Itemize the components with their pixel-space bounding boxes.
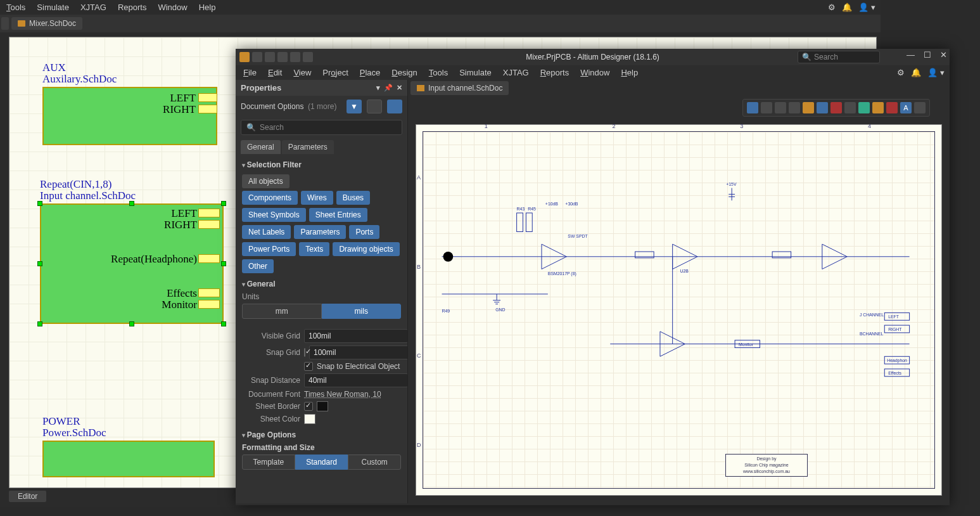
- tab-dock-handle[interactable]: [1, 17, 9, 30]
- gear-icon[interactable]: ⚙: [897, 68, 905, 77]
- tab-parameters[interactable]: Parameters: [282, 140, 334, 154]
- cin-port-left-shape[interactable]: [198, 209, 220, 217]
- selection-handle[interactable]: [37, 261, 42, 266]
- close-icon[interactable]: ✕: [940, 50, 947, 60]
- units-mils[interactable]: mils: [322, 304, 402, 319]
- menu-simulate[interactable]: Simulate: [459, 68, 492, 77]
- toolbar-icon[interactable]: [789, 102, 800, 113]
- properties-search[interactable]: 🔍 Search: [241, 120, 402, 135]
- minimize-icon[interactable]: —: [907, 50, 915, 60]
- filter-other[interactable]: Other: [242, 259, 274, 273]
- panel-dropdown-icon[interactable]: ▾: [376, 84, 380, 92]
- toolbar-icon[interactable]: [858, 102, 870, 113]
- snap-electrical-checkbox[interactable]: [304, 362, 313, 371]
- toolbar-icon[interactable]: [872, 102, 884, 113]
- user-icon[interactable]: 👤 ▾: [927, 68, 945, 77]
- redo-icon[interactable]: [303, 52, 313, 62]
- sheet-border-checkbox[interactable]: [304, 402, 313, 411]
- filter-texts[interactable]: Texts: [299, 242, 329, 256]
- undo-icon[interactable]: [290, 52, 300, 62]
- menu-window[interactable]: Window: [580, 68, 609, 77]
- cin-port-hp-shape[interactable]: [198, 254, 220, 263]
- format-template[interactable]: Template: [242, 455, 295, 470]
- snap-distance-input[interactable]: [304, 373, 407, 387]
- menu-xjtag[interactable]: XJTAG: [503, 68, 529, 77]
- filter-icon[interactable]: ▼: [347, 100, 362, 113]
- properties-scroll[interactable]: Selection Filter All objects Components …: [236, 154, 407, 503]
- selection-handle[interactable]: [37, 321, 42, 326]
- toolbar-icon[interactable]: [803, 102, 814, 113]
- filter-sheet-entries[interactable]: Sheet Entries: [309, 208, 367, 222]
- menu-edit[interactable]: Edit: [268, 68, 282, 77]
- menu-reports[interactable]: Reports: [540, 68, 570, 77]
- toolbar-icon[interactable]: [914, 102, 926, 113]
- filter-sheet-symbols[interactable]: Sheet Symbols: [242, 208, 306, 222]
- document-font-link[interactable]: Times New Roman, 10: [304, 390, 401, 399]
- menu-tools[interactable]: Tools: [429, 68, 448, 77]
- selection-handle[interactable]: [221, 321, 226, 326]
- cin-port-right-shape[interactable]: [198, 220, 220, 229]
- bg-editor-tab[interactable]: Editor: [9, 491, 46, 502]
- toolbar-icon[interactable]: [844, 102, 856, 113]
- sheet-border-color-swatch[interactable]: [317, 401, 328, 411]
- aux-port-left-shape[interactable]: [198, 93, 217, 102]
- panel-pin-icon[interactable]: 📌: [384, 84, 393, 92]
- gear-icon[interactable]: ⚙: [828, 3, 836, 12]
- toolbar-icon[interactable]: [747, 102, 758, 113]
- panel-close-icon[interactable]: ✕: [397, 84, 402, 92]
- format-custom[interactable]: Custom: [348, 455, 401, 470]
- bg-menu-xjtag[interactable]: XJTAG: [80, 3, 106, 12]
- section-general[interactable]: General: [242, 276, 401, 291]
- open-project-icon[interactable]: [277, 52, 288, 62]
- bg-menu-simulate[interactable]: Simulate: [37, 3, 69, 12]
- filter-wires[interactable]: Wires: [301, 191, 333, 205]
- all-objects-button[interactable]: All objects: [242, 174, 290, 188]
- snap-grid-checkbox[interactable]: [304, 348, 305, 357]
- menu-place[interactable]: Place: [360, 68, 381, 77]
- toolbar-icon[interactable]: [830, 102, 842, 113]
- bg-menu-help[interactable]: Help: [199, 3, 216, 12]
- select-mode-b-icon[interactable]: [387, 100, 402, 113]
- filter-components[interactable]: Components: [242, 191, 298, 205]
- filter-power-ports[interactable]: Power Ports: [242, 242, 296, 256]
- toolbar-icon[interactable]: [775, 102, 786, 113]
- filter-buses[interactable]: Buses: [336, 191, 370, 205]
- bell-icon[interactable]: 🔔: [842, 3, 852, 12]
- selection-handle[interactable]: [221, 261, 226, 266]
- filter-ports[interactable]: Ports: [349, 225, 379, 239]
- bg-tab-mixer[interactable]: Mixer.SchDoc: [11, 17, 82, 30]
- menu-help[interactable]: Help: [621, 68, 638, 77]
- select-mode-a-icon[interactable]: [367, 100, 382, 113]
- filter-drawing-objects[interactable]: Drawing objects: [333, 242, 399, 256]
- bg-menu-tools[interactable]: Tools: [6, 3, 25, 12]
- schematic-sheet[interactable]: 1 2 3 4 A B C D: [423, 131, 935, 489]
- selection-handle[interactable]: [37, 201, 42, 206]
- filter-net-labels[interactable]: Net Labels: [242, 225, 291, 239]
- sheet-color-swatch[interactable]: [304, 414, 315, 424]
- fg-titlebar[interactable]: Mixer.PrjPCB - Altium Designer (18.1.6) …: [236, 49, 950, 65]
- power-block[interactable]: [42, 441, 215, 477]
- format-standard[interactable]: Standard: [295, 455, 348, 470]
- selection-handle[interactable]: [129, 321, 134, 326]
- menu-view[interactable]: View: [293, 68, 311, 77]
- cin-port-fx-shape[interactable]: [198, 288, 220, 297]
- toolbar-icon[interactable]: [886, 102, 898, 113]
- menu-project[interactable]: Project: [322, 68, 348, 77]
- menu-file[interactable]: File: [243, 68, 257, 77]
- snap-grid-input[interactable]: [309, 345, 407, 359]
- user-icon[interactable]: 👤 ▾: [858, 3, 875, 12]
- selection-handle[interactable]: [129, 201, 134, 206]
- toolbar-icon[interactable]: [817, 102, 828, 113]
- selection-handle[interactable]: [221, 201, 226, 206]
- aux-port-right-shape[interactable]: [198, 105, 217, 113]
- section-selection-filter[interactable]: Selection Filter: [242, 157, 401, 172]
- open-icon[interactable]: [265, 52, 275, 62]
- fg-tab-input-channel[interactable]: Input channel.SchDoc: [410, 81, 509, 95]
- filter-parameters[interactable]: Parameters: [294, 225, 346, 239]
- save-icon[interactable]: [252, 52, 262, 62]
- section-page-options[interactable]: Page Options: [242, 427, 401, 442]
- schematic-canvas[interactable]: 1 2 3 4 A B C D: [416, 124, 942, 496]
- global-search[interactable]: 🔍 Search: [798, 51, 880, 63]
- units-mm[interactable]: mm: [242, 304, 322, 319]
- bg-menu-window[interactable]: Window: [158, 3, 187, 12]
